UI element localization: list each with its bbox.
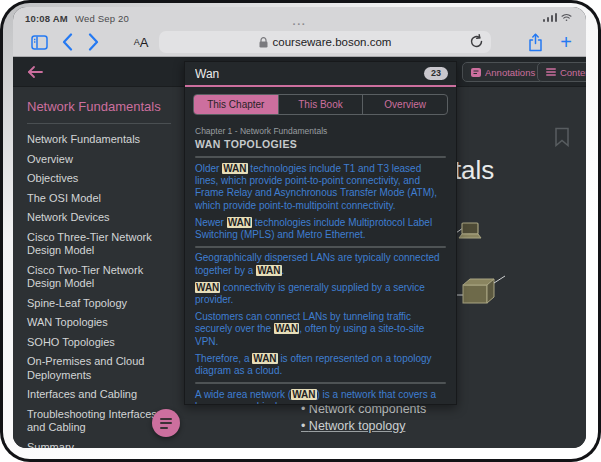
url-text: courseware.boson.com: [273, 36, 392, 48]
sidebar-item[interactable]: Troubleshooting Interfaces and Cabling: [27, 408, 171, 435]
page-bullet: Network topology: [301, 418, 426, 435]
safari-toolbar: AA courseware.boson.com +: [13, 27, 586, 57]
sidebar-item[interactable]: Cisco Three-Tier Network Design Model: [27, 231, 171, 258]
sidebar-item[interactable]: Network Devices: [27, 211, 171, 225]
status-icons: [543, 13, 573, 22]
highlighted-term: WAN: [222, 163, 247, 174]
highlighted-term: WAN: [195, 282, 220, 293]
chapter-sidebar: Network Fundamentals Network Fundamental…: [13, 87, 183, 448]
match-count-badge: 23: [424, 67, 448, 80]
result-topic-heading: WAN TOPOLOGIES: [195, 138, 446, 150]
search-field-row: 23: [185, 62, 456, 87]
annotations-label: Annotations: [485, 67, 535, 78]
contents-button[interactable]: Contents: [537, 62, 586, 82]
search-tab-this-chapter[interactable]: This Chapter: [194, 95, 279, 114]
plus-glyph: +: [560, 31, 572, 54]
sidebar-divider: [27, 123, 171, 124]
search-tab-this-book[interactable]: This Book: [279, 95, 364, 114]
highlighted-term: WAN: [256, 265, 281, 276]
app-back-icon[interactable]: [26, 63, 44, 81]
reload-icon[interactable]: [469, 34, 484, 49]
sidebar-item[interactable]: Cisco Two-Tier Network Design Model: [27, 264, 171, 291]
laptop-icon: [459, 223, 481, 238]
highlighted-term: WAN: [291, 389, 316, 400]
sidebar-item[interactable]: SOHO Topologies: [27, 336, 171, 350]
courseware-app: Network Fundamentals Network componentsN…: [13, 57, 586, 448]
search-result[interactable]: Geographically dispersed LANs are typica…: [195, 252, 446, 277]
safari-chrome: 10:08 AMWed Sep 20 ···: [13, 7, 586, 57]
status-bar: 10:08 AMWed Sep 20 ···: [13, 7, 586, 27]
contents-icon: [546, 68, 556, 76]
highlighted-term: WAN: [252, 353, 277, 364]
page-bullet-list: Network componentsNetwork topology: [301, 401, 426, 435]
status-time-date: 10:08 AMWed Sep 20: [25, 13, 129, 24]
address-bar[interactable]: courseware.boson.com: [159, 31, 491, 53]
fab-lines-icon: [160, 418, 172, 420]
result-chapter-label: Chapter 1 - Network Fundamentals: [195, 126, 446, 136]
new-tab-icon[interactable]: +: [556, 32, 576, 52]
search-result[interactable]: Newer WAN technologies include Multiprot…: [195, 217, 446, 242]
search-result[interactable]: Therefore, a WAN is often represented on…: [195, 353, 446, 378]
search-tab-overview[interactable]: Overview: [363, 95, 447, 114]
sidebar-item[interactable]: Objectives: [27, 172, 171, 186]
share-icon[interactable]: [525, 32, 545, 52]
text-size-button[interactable]: AA: [129, 32, 153, 52]
search-result[interactable]: Older WAN technologies include T1 and T3…: [195, 163, 446, 213]
result-group-divider: [195, 156, 446, 158]
sidebar-item[interactable]: The OSI Model: [27, 192, 171, 206]
back-icon[interactable]: [57, 32, 77, 52]
annotation-icon: [471, 68, 481, 77]
search-input[interactable]: [185, 62, 456, 85]
sidebar-item[interactable]: On-Premises and Cloud Deployments: [27, 355, 171, 382]
topology-diagram: [453, 215, 586, 320]
highlighted-term: WAN: [227, 217, 252, 228]
search-popup: 23 This ChapterThis BookOverview Chapter…: [184, 61, 457, 405]
search-scope-tabs: This ChapterThis BookOverview: [193, 94, 448, 115]
date: Wed Sep 20: [75, 13, 129, 24]
ipad-mockup: 10:08 AMWed Sep 20 ···: [0, 0, 601, 462]
text-size-large-a: A: [140, 35, 149, 50]
sidebar-item[interactable]: Spine-Leaf Topology: [27, 297, 171, 311]
lock-icon: [259, 37, 268, 48]
wifi-icon: [561, 13, 572, 22]
search-result[interactable]: A wide area network (WAN) is a network t…: [195, 389, 446, 404]
switch-icon: [463, 279, 494, 303]
sidebar-item[interactable]: Network Fundamentals: [27, 133, 171, 147]
annotations-button[interactable]: Annotations: [462, 62, 544, 82]
result-group-divider: [195, 246, 446, 248]
search-results: Chapter 1 - Network Fundamentals WAN TOP…: [185, 120, 456, 404]
cellular-signal-icon: [543, 13, 558, 22]
search-result[interactable]: Customers can connect LANs by tunneling …: [195, 311, 446, 348]
sidebar-toggle-icon[interactable]: [29, 32, 49, 52]
sidebar-item[interactable]: Interfaces and Cabling: [27, 388, 171, 402]
sidebar-section-list: Network FundamentalsOverviewObjectivesTh…: [27, 133, 171, 448]
sidebar-item[interactable]: Summary: [27, 441, 171, 449]
quick-menu-fab[interactable]: [152, 409, 180, 437]
highlighted-term: WAN: [274, 323, 299, 334]
clock: 10:08 AM: [25, 13, 68, 24]
result-group-divider: [195, 382, 446, 384]
search-result[interactable]: WAN connectivity is generally supplied b…: [195, 282, 446, 307]
sidebar-item[interactable]: Overview: [27, 153, 171, 167]
bookmark-icon[interactable]: [554, 127, 570, 147]
sidebar-chapter-title: Network Fundamentals: [27, 99, 171, 114]
contents-label: Contents: [560, 67, 586, 78]
sidebar-item[interactable]: WAN Topologies: [27, 316, 171, 330]
screen: 10:08 AMWed Sep 20 ···: [13, 7, 586, 448]
forward-icon[interactable]: [83, 32, 103, 52]
